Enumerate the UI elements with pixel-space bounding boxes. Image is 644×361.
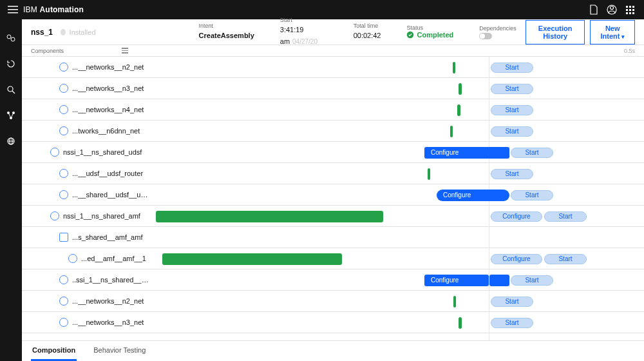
- list-item[interactable]: ...__networks__n3_net Start: [22, 78, 644, 99]
- components-label: Components: [31, 48, 64, 54]
- left-nav: [0, 19, 22, 361]
- list-item[interactable]: ...__networks__n4_net Start: [22, 99, 644, 121]
- list-item[interactable]: ...ed__amf__amf__1 Configure Start: [22, 248, 644, 269]
- status-badge: Completed: [406, 31, 453, 39]
- tab-behavior-testing[interactable]: Behavior Testing: [92, 341, 147, 361]
- svg-rect-0: [8, 6, 18, 7]
- component-icon: [50, 148, 59, 157]
- start-button[interactable]: Start: [511, 148, 553, 158]
- list-item[interactable]: ..ssi_1__ns_shared__ksync Configure Star…: [22, 269, 644, 291]
- bottom-tabs: Composition Behavior Testing: [22, 340, 644, 361]
- tab-composition[interactable]: Composition: [31, 341, 77, 361]
- configure-bar: Configure: [437, 190, 509, 201]
- component-icon: [59, 63, 68, 72]
- component-icon: [59, 169, 68, 178]
- installed-label: Installed: [70, 28, 96, 36]
- list-item[interactable]: ...__udsf__udsf_router Start: [22, 163, 644, 184]
- brand: IBM Automation: [23, 5, 84, 14]
- svg-rect-1: [8, 9, 18, 10]
- list-item[interactable]: nssi_1__ns_shared_udsf Configure Start: [22, 142, 644, 163]
- start-button[interactable]: Start: [491, 84, 533, 94]
- component-icon: [59, 105, 68, 114]
- dependencies-toggle[interactable]: [479, 33, 492, 39]
- document-icon[interactable]: [585, 1, 603, 19]
- component-icon: [59, 84, 68, 93]
- component-icon: [59, 126, 68, 135]
- history-icon[interactable]: [5, 58, 17, 70]
- gear-icon[interactable]: [5, 32, 17, 44]
- configure-button[interactable]: Configure: [491, 211, 542, 222]
- component-rows: ...__networks__n2_net Start ...__network…: [22, 57, 644, 340]
- list-item[interactable]: ...s_shared__amf_amf: [22, 227, 644, 248]
- menu-icon[interactable]: [5, 2, 21, 17]
- subheader: Components 0.5s: [22, 45, 644, 57]
- list-item[interactable]: nssi_1__ns_shared_amf Configure Start: [22, 206, 644, 227]
- svg-point-3: [611, 6, 614, 10]
- topbar: IBM Automation: [0, 0, 644, 19]
- start-button[interactable]: Start: [511, 275, 553, 286]
- start-button[interactable]: Start: [544, 254, 587, 264]
- svg-point-6: [11, 37, 15, 41]
- component-icon: [59, 233, 68, 242]
- list-item[interactable]: ...__networks__n2_net Start: [22, 291, 644, 312]
- execution-history-button[interactable]: Execution History: [526, 20, 585, 44]
- start-button[interactable]: Start: [491, 318, 533, 328]
- nodes-icon[interactable]: [5, 110, 17, 121]
- svg-point-7: [8, 86, 13, 92]
- start-button[interactable]: Start: [491, 126, 533, 137]
- start-button[interactable]: Start: [544, 211, 587, 222]
- configure-bar: Configure: [424, 147, 509, 159]
- new-intent-button[interactable]: New Intent: [590, 20, 635, 44]
- scale-label: 0.5s: [624, 48, 635, 54]
- svg-line-8: [12, 91, 15, 93]
- total-time: 00:02:42: [354, 32, 381, 39]
- status-dot: [61, 29, 66, 35]
- start-button[interactable]: Start: [491, 105, 533, 115]
- configure-bar: Configure: [424, 275, 489, 286]
- component-icon: [59, 318, 68, 327]
- instance-name: nss_1: [31, 28, 53, 37]
- globe-icon[interactable]: [5, 135, 17, 147]
- list-options-icon[interactable]: [122, 48, 128, 54]
- list-item[interactable]: ...__networks__n3_net Start: [22, 312, 644, 333]
- start-button[interactable]: Start: [491, 169, 533, 179]
- start-button[interactable]: Start: [491, 297, 533, 307]
- list-item[interactable]: ...__networks__n2_net Start: [22, 57, 644, 78]
- component-icon: [50, 211, 59, 220]
- list-item[interactable]: ...__shared__udsf__udsf Configure Start: [22, 184, 644, 206]
- search-icon[interactable]: [5, 84, 17, 95]
- start-button[interactable]: Start: [511, 190, 553, 200]
- list-item[interactable]: ...tworks__n6dnn_net Start: [22, 121, 644, 142]
- header: nss_1 Installed Intent CreateAssembly St…: [22, 19, 644, 45]
- svg-rect-2: [8, 12, 18, 14]
- svg-point-5: [7, 35, 11, 39]
- component-icon: [59, 275, 68, 284]
- configure-button[interactable]: Configure: [491, 254, 542, 264]
- start-button[interactable]: Start: [491, 63, 533, 73]
- component-icon: [59, 190, 68, 199]
- user-icon[interactable]: [603, 1, 621, 19]
- intent-value: CreateAssembly: [199, 32, 254, 39]
- component-icon: [59, 297, 68, 306]
- apps-icon[interactable]: [621, 1, 639, 19]
- component-icon: [68, 254, 77, 263]
